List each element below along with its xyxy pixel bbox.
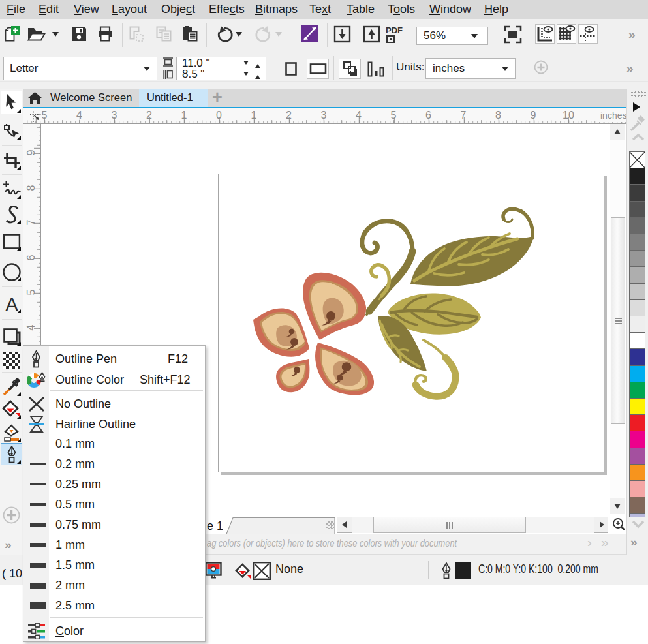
svg-text:PDF: PDF [386, 25, 403, 35]
svg-text:A: A [5, 295, 18, 313]
